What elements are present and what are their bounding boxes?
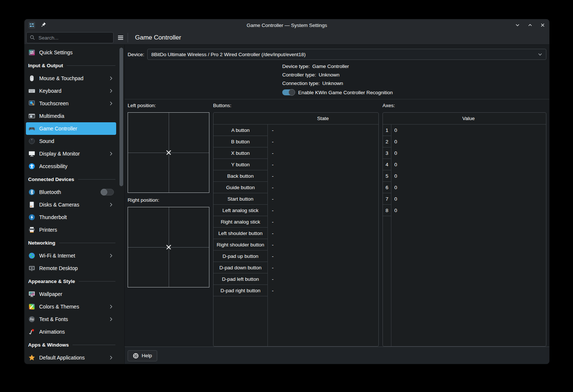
sidebar-item-bluetooth[interactable]: Bluetooth: [26, 186, 116, 198]
display-icon: [28, 150, 36, 157]
kwin-recognition-toggle[interactable]: [282, 89, 295, 95]
device-type-value: Game Controller: [312, 63, 349, 70]
sidebar-item-thunderbolt[interactable]: Thunderbolt: [26, 211, 116, 224]
sidebar-item-display-monitor[interactable]: Display & Monitor: [26, 147, 116, 160]
controller-type-value: Unknown: [319, 72, 340, 78]
table-row[interactable]: Right analog stick-: [213, 216, 378, 228]
sidebar-item-text-fonts[interactable]: Aa Text & Fonts: [26, 313, 116, 325]
buttons-table: State A button- B button- X button- Y bu…: [213, 112, 379, 347]
search-input[interactable]: [26, 32, 114, 43]
device-select[interactable]: 8BitDo Ultimate Wireless / Pro 2 Wired C…: [147, 49, 546, 60]
sidebar-item-animations[interactable]: Animations: [26, 325, 116, 338]
table-row[interactable]: 20: [383, 136, 546, 147]
table-row[interactable]: D-pad left button-: [213, 273, 378, 285]
multimedia-icon: [28, 112, 36, 120]
toolbar-row: Game Controller: [24, 31, 549, 45]
chevron-right-icon: [108, 88, 114, 94]
disks-icon: [28, 201, 36, 208]
desktop: Game Controller — System Settings: [0, 0, 573, 392]
star-icon: [28, 354, 36, 361]
globe-icon: [28, 252, 36, 259]
game-controller-icon: [28, 125, 36, 132]
accessibility-icon: [28, 163, 36, 170]
system-settings-window: Game Controller — System Settings: [24, 19, 549, 364]
table-row[interactable]: A button-: [213, 125, 378, 136]
sidebar-item-colors-themes[interactable]: Colors & Themes: [26, 300, 116, 313]
sidebar-item-printers[interactable]: Printers: [26, 224, 116, 236]
printer-icon: [28, 226, 36, 234]
sidebar: Quick Settings Input & Output Mouse & To…: [24, 45, 125, 364]
sidebar-item-wallpaper[interactable]: Wallpaper: [26, 288, 116, 300]
right-stick-marker: [166, 244, 172, 250]
right-stick-position-pad: [128, 207, 209, 287]
table-row[interactable]: Guide button-: [213, 182, 378, 193]
sidebar-section-apps-windows: Apps & Windows: [26, 338, 116, 351]
sidebar-item-sound[interactable]: Sound: [26, 135, 116, 147]
sidebar-item-mouse-touchpad[interactable]: Mouse & Touchpad: [26, 72, 116, 85]
sidebar-item-default-applications[interactable]: Default Applications: [26, 351, 116, 364]
sidebar-item-keyboard[interactable]: Keyboard: [26, 85, 116, 97]
sidebar-scrollbar[interactable]: [119, 48, 123, 186]
kwin-recognition-label: Enable KWin Game Controller Recognition: [298, 90, 393, 95]
chevron-right-icon: [108, 100, 114, 106]
table-row[interactable]: Start button-: [213, 193, 378, 205]
chevron-right-icon: [108, 304, 114, 310]
table-row[interactable]: D-pad up button-: [213, 250, 378, 262]
hamburger-menu-button[interactable]: [115, 33, 126, 43]
sidebar-item-label: Quick Settings: [39, 50, 114, 55]
value-column-header[interactable]: Value: [391, 113, 546, 124]
close-button[interactable]: [540, 22, 546, 28]
table-row[interactable]: D-pad down button-: [213, 262, 378, 273]
table-row[interactable]: 80: [383, 205, 546, 216]
titlebar[interactable]: Game Controller — System Settings: [24, 19, 549, 31]
connection-type-row: Connection type: Unknown: [282, 80, 546, 87]
chevron-right-icon: [108, 316, 114, 322]
table-row[interactable]: 40: [383, 159, 546, 170]
table-row[interactable]: 60: [383, 182, 546, 193]
chevron-right-icon: [108, 151, 114, 157]
device-type-label: Device type:: [282, 63, 310, 70]
search-field[interactable]: [38, 35, 110, 41]
minimize-button[interactable]: [515, 22, 520, 28]
bluetooth-toggle[interactable]: [101, 189, 114, 195]
connection-type-value: Unknown: [322, 80, 343, 87]
chevron-right-icon: [108, 253, 114, 259]
buttons-table-header[interactable]: State: [213, 113, 378, 125]
table-row[interactable]: 10: [383, 125, 546, 136]
help-button[interactable]: Help: [128, 350, 157, 361]
sidebar-item-game-controller[interactable]: Game Controller: [26, 122, 116, 135]
device-select-value: 8BitDo Ultimate Wireless / Pro 2 Wired C…: [151, 52, 534, 57]
table-row[interactable]: 50: [383, 170, 546, 182]
help-icon: [133, 353, 139, 359]
game-controller-page: Device: 8BitDo Ultimate Wireless / Pro 2…: [125, 45, 549, 364]
chevron-right-icon: [108, 75, 114, 81]
table-row[interactable]: X button-: [213, 147, 378, 159]
maximize-button[interactable]: [527, 22, 533, 28]
sidebar-item-accessibility[interactable]: Accessibility: [26, 160, 116, 173]
table-row[interactable]: 30: [383, 147, 546, 159]
sidebar-item-remote-desktop[interactable]: Remote Desktop: [26, 262, 116, 275]
state-column-header[interactable]: State: [267, 113, 378, 124]
table-row[interactable]: Y button-: [213, 159, 378, 170]
table-row[interactable]: Back button-: [213, 170, 378, 182]
table-row[interactable]: Left shoulder button-: [213, 228, 378, 239]
sidebar-item-touchscreen[interactable]: Touchscreen: [26, 97, 116, 110]
table-row[interactable]: B button-: [213, 136, 378, 147]
animations-icon: [28, 328, 36, 335]
table-row[interactable]: Right shoulder button-: [213, 239, 378, 250]
search-icon: [30, 35, 36, 41]
sidebar-item-quick-settings[interactable]: Quick Settings: [26, 46, 116, 59]
bluetooth-icon: [28, 188, 36, 196]
left-position-label: Left position:: [128, 103, 209, 112]
touchscreen-icon: [28, 100, 36, 107]
sidebar-item-wifi-internet[interactable]: Wi-Fi & Internet: [26, 249, 116, 262]
axes-table-header[interactable]: Value: [383, 113, 546, 125]
pin-icon[interactable]: [40, 21, 47, 29]
table-row[interactable]: Left analog stick-: [213, 205, 378, 216]
table-row[interactable]: D-pad right button-: [213, 285, 378, 296]
sidebar-item-multimedia[interactable]: Multimedia: [26, 110, 116, 122]
controller-type-label: Controller type:: [282, 72, 316, 78]
mouse-icon: [28, 75, 36, 82]
table-row[interactable]: 70: [383, 193, 546, 205]
sidebar-item-disks-cameras[interactable]: Disks & Cameras: [26, 198, 116, 211]
